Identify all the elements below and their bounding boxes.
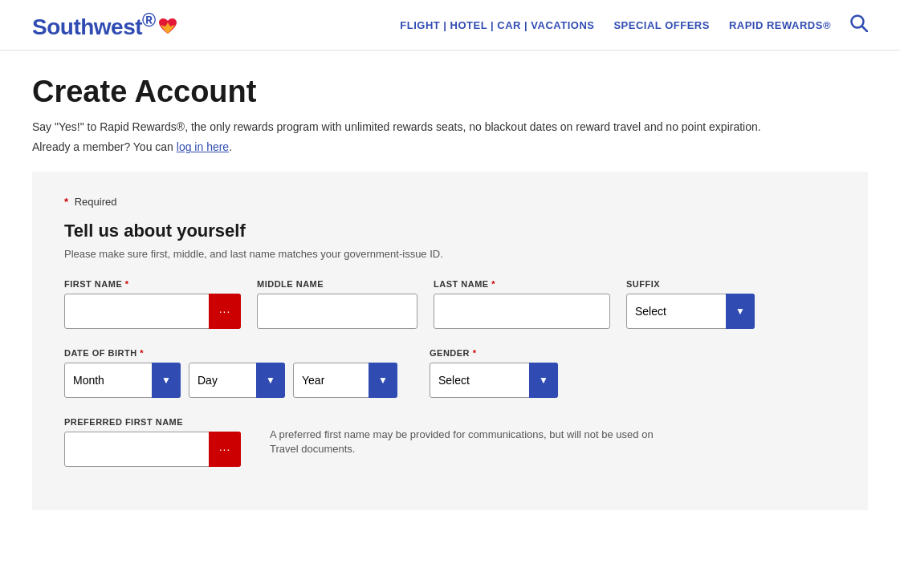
- first-name-label: FIRST NAME *: [64, 279, 241, 289]
- day-select[interactable]: Day: [189, 363, 285, 398]
- middle-name-group: MIDDLE NAME: [257, 279, 417, 329]
- search-icon[interactable]: [850, 14, 868, 35]
- middle-name-input[interactable]: [257, 294, 417, 329]
- section-title: Tell us about yourself: [64, 221, 836, 241]
- year-select[interactable]: Year: [293, 363, 397, 398]
- dob-label: DATE OF BIRTH *: [64, 348, 397, 358]
- preferred-hint-text: A preferred first name may be provided f…: [270, 428, 671, 456]
- logo-heart-icon: [157, 18, 178, 35]
- last-name-label: LAST NAME *: [434, 279, 610, 289]
- last-name-label-text: LAST NAME: [434, 279, 489, 289]
- first-name-label-text: FIRST NAME: [64, 279, 122, 289]
- preferred-row: PREFERRED FIRST NAME ··· A preferred fir…: [64, 417, 836, 467]
- month-select-wrapper: Month January February March April May J…: [64, 363, 181, 398]
- dob-gender-row: DATE OF BIRTH * Month January February M…: [64, 348, 836, 398]
- logo-registered: ®: [142, 10, 156, 30]
- dob-required: *: [140, 348, 144, 358]
- last-name-required: *: [491, 279, 495, 289]
- preferred-label: PREFERRED FIRST NAME: [64, 417, 241, 427]
- first-name-input-wrapper: ···: [64, 294, 241, 329]
- logo-area: Southwest®: [32, 10, 178, 40]
- main-nav: FLIGHT | HOTEL | CAR | VACATIONS SPECIAL…: [400, 14, 868, 35]
- gender-select[interactable]: Select Male Female Other: [430, 363, 558, 398]
- gender-required: *: [473, 348, 477, 358]
- name-row: FIRST NAME * ··· MIDDLE NAME LAST NAME *: [64, 279, 836, 329]
- gender-select-wrapper: Select Male Female Other: [430, 363, 558, 398]
- nav-flights-link[interactable]: FLIGHT | HOTEL | CAR | VACATIONS: [400, 19, 594, 31]
- form-container: * Required Tell us about yourself Please…: [32, 172, 868, 510]
- last-name-input[interactable]: [434, 294, 610, 329]
- preferred-group: PREFERRED FIRST NAME ···: [64, 417, 241, 467]
- member-prompt: Already a member? You can log in here.: [32, 139, 868, 156]
- subtitle-text: Say "Yes!" to Rapid Rewards®, the only r…: [32, 119, 868, 136]
- logo-wordmark: Southwest: [32, 14, 142, 39]
- suffix-select-wrapper: Select Jr. Sr. II III: [626, 294, 755, 329]
- required-note: * Required: [64, 196, 836, 208]
- dots-icon: ···: [219, 305, 231, 318]
- subtitle-copy: Say "Yes!" to Rapid Rewards®, the only r…: [32, 120, 761, 133]
- nav-rewards-link[interactable]: RAPID REWARDS®: [729, 19, 831, 31]
- suffix-label: SUFFIX: [626, 279, 755, 289]
- svg-line-1: [862, 26, 868, 32]
- last-name-group: LAST NAME *: [434, 279, 610, 329]
- logo-text: Southwest®: [32, 10, 156, 40]
- dob-selects: Month January February March April May J…: [64, 363, 397, 398]
- header: Southwest® FLIGHT | HOTEL | CAR | VACATI…: [0, 0, 900, 51]
- gender-group: GENDER * Select Male Female Other: [430, 348, 558, 398]
- required-label: Required: [75, 196, 117, 208]
- dob-label-text: DATE OF BIRTH: [64, 348, 137, 358]
- first-name-group: FIRST NAME * ···: [64, 279, 241, 329]
- required-star: *: [64, 196, 68, 208]
- already-member-text: Already a member? You can: [32, 140, 173, 153]
- gender-label: GENDER *: [430, 348, 558, 358]
- main-content: Create Account Say "Yes!" to Rapid Rewar…: [0, 51, 900, 510]
- day-select-wrapper: Day: [189, 363, 285, 398]
- nav-offers-link[interactable]: SPECIAL OFFERS: [613, 19, 709, 31]
- suffix-select[interactable]: Select Jr. Sr. II III: [626, 294, 755, 329]
- gender-label-text: GENDER: [430, 348, 470, 358]
- first-name-required: *: [125, 279, 129, 289]
- preferred-input-wrapper: ···: [64, 432, 241, 467]
- preferred-icon-button[interactable]: ···: [209, 432, 241, 467]
- period: .: [229, 140, 232, 153]
- first-name-icon-button[interactable]: ···: [209, 294, 241, 329]
- login-link[interactable]: log in here: [177, 140, 229, 153]
- preferred-dots-icon: ···: [219, 443, 231, 456]
- page-title: Create Account: [32, 75, 868, 109]
- section-subtitle: Please make sure first, middle, and last…: [64, 248, 836, 260]
- year-select-wrapper: Year: [293, 363, 397, 398]
- suffix-group: SUFFIX Select Jr. Sr. II III: [626, 279, 755, 329]
- dob-group: DATE OF BIRTH * Month January February M…: [64, 348, 397, 398]
- month-select[interactable]: Month January February March April May J…: [64, 363, 181, 398]
- middle-name-label: MIDDLE NAME: [257, 279, 417, 289]
